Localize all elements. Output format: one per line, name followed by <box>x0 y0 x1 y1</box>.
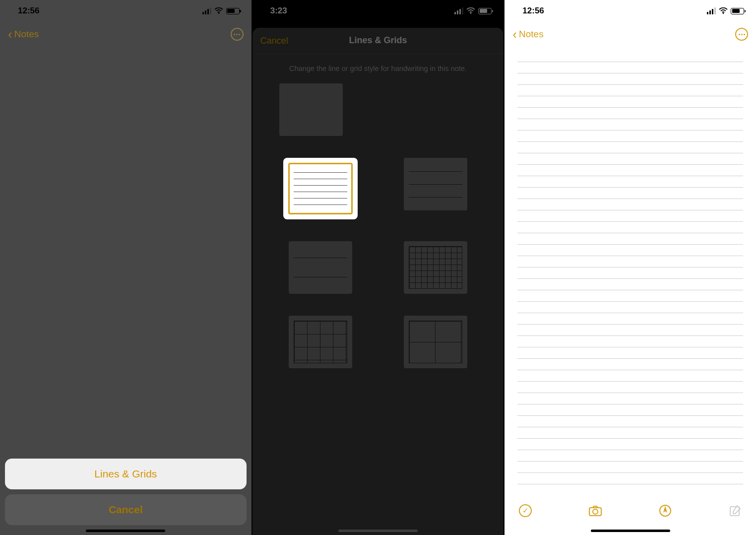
lines-grids-button[interactable]: Lines & Grids <box>5 459 247 489</box>
status-bar: 3:23 <box>252 0 504 22</box>
nav-bar: ‹ Notes <box>504 22 756 47</box>
modal-header: Cancel Lines & Grids <box>252 28 504 54</box>
cellular-icon <box>202 7 211 14</box>
camera-button[interactable] <box>588 504 602 518</box>
status-bar: 12:56 <box>504 0 756 22</box>
home-indicator[interactable] <box>591 530 670 532</box>
checklist-button[interactable]: ✓ <box>518 504 532 518</box>
swatch-lines-narrow[interactable] <box>283 158 358 219</box>
compose-icon <box>728 504 742 518</box>
more-icon <box>739 34 745 35</box>
cellular-icon <box>707 7 716 14</box>
lines-grids-modal: Cancel Lines & Grids Change the line or … <box>252 28 504 535</box>
cancel-button[interactable]: Cancel <box>5 494 247 525</box>
svg-point-2 <box>723 13 724 14</box>
svg-point-0 <box>218 13 219 14</box>
more-button[interactable] <box>735 28 748 41</box>
dim-overlay <box>0 0 252 535</box>
pane-lined-note: 12:56 ‹ Notes ✓ <box>504 0 756 535</box>
markup-icon <box>658 504 672 518</box>
chevron-left-icon: ‹ <box>8 28 12 41</box>
swatch-grid-large[interactable] <box>404 316 467 368</box>
more-icon <box>234 34 240 35</box>
pane-lines-grids-picker: 3:23 Cancel Lines & Grids Change the lin… <box>252 0 504 535</box>
chevron-left-icon: ‹ <box>512 28 517 41</box>
swatch-blank[interactable] <box>279 83 343 136</box>
cellular-icon <box>454 7 463 14</box>
swatch-grid <box>252 77 504 383</box>
home-indicator[interactable] <box>338 530 418 532</box>
status-time: 12:56 <box>18 6 39 16</box>
bottom-toolbar: ✓ <box>504 495 756 535</box>
back-label: Notes <box>14 29 39 40</box>
cancel-button[interactable]: Cancel <box>260 35 288 46</box>
wifi-icon <box>214 7 223 14</box>
modal-title: Lines & Grids <box>349 35 407 46</box>
battery-icon <box>731 8 744 14</box>
swatch-lines-wide[interactable] <box>289 241 352 294</box>
swatch-lines-medium[interactable] <box>404 158 467 210</box>
action-sheet: Lines & Grids Cancel <box>5 459 247 525</box>
modal-description: Change the line or grid style for handwr… <box>252 54 504 77</box>
wifi-icon <box>719 7 728 14</box>
pane-action-sheet: 12:56 ‹ Notes Lines & Grids Cancel <box>0 0 252 535</box>
status-indicators <box>202 7 240 14</box>
battery-icon <box>478 8 492 14</box>
checklist-icon: ✓ <box>519 504 532 517</box>
wifi-icon <box>466 7 475 14</box>
back-label: Notes <box>519 29 544 40</box>
battery-icon <box>226 8 240 14</box>
note-canvas[interactable] <box>517 51 743 487</box>
swatch-grid-small[interactable] <box>404 241 467 294</box>
status-time: 12:56 <box>522 6 544 16</box>
status-bar: 12:56 <box>0 0 252 22</box>
more-button[interactable] <box>231 28 244 41</box>
svg-point-1 <box>470 13 472 14</box>
svg-point-4 <box>593 509 598 514</box>
back-button[interactable]: ‹ Notes <box>8 28 39 41</box>
status-indicators <box>454 7 492 14</box>
status-time: 3:23 <box>270 6 287 16</box>
swatch-grid-medium[interactable] <box>289 316 352 368</box>
camera-icon <box>588 504 602 518</box>
back-button[interactable]: ‹ Notes <box>512 28 543 41</box>
home-indicator[interactable] <box>86 530 165 532</box>
new-note-button[interactable] <box>728 504 742 518</box>
status-indicators <box>707 7 744 14</box>
markup-button[interactable] <box>658 504 672 518</box>
nav-bar: ‹ Notes <box>0 22 252 47</box>
